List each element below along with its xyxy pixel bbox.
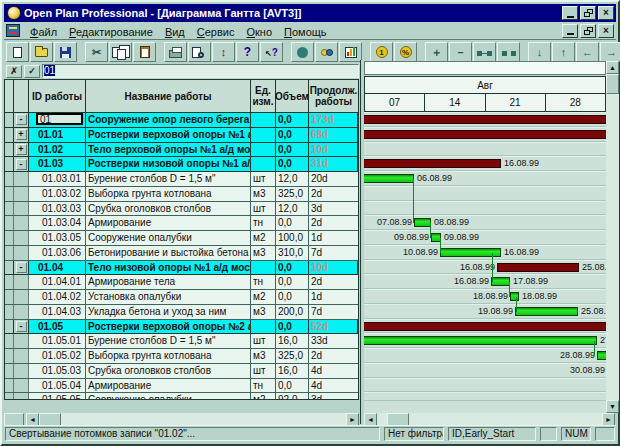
copy-icon[interactable]: [109, 42, 132, 62]
print-preview-icon[interactable]: [188, 42, 211, 62]
confirm-icon[interactable]: ✓: [24, 65, 40, 78]
cell-duration[interactable]: 31d: [309, 157, 358, 171]
cell-edit-input[interactable]: 01: [42, 64, 359, 78]
cell-duration[interactable]: 33d: [309, 334, 358, 348]
vertical-scrollbar[interactable]: ▲ ▼: [606, 61, 619, 413]
cell-activity-name[interactable]: Ростверки верховой опоры №1 а/д: [86, 128, 251, 142]
cell-unit[interactable]: [251, 261, 276, 275]
cell-activity-name[interactable]: Укладка бетона и уход за ним: [86, 305, 251, 319]
cell-duration[interactable]: 68d: [309, 128, 358, 142]
cell-volume[interactable]: 12,0: [276, 172, 309, 186]
cell-unit[interactable]: м2: [251, 231, 276, 245]
cell-duration[interactable]: 4d: [309, 364, 358, 378]
cell-unit[interactable]: [251, 143, 276, 157]
cell-activity-name[interactable]: Срубка оголовков столбов: [86, 364, 251, 378]
percent-complete-icon[interactable]: %: [394, 42, 417, 62]
minimize-button[interactable]: [562, 6, 578, 20]
gantt-task-bar[interactable]: [364, 174, 414, 183]
arrow-right-icon[interactable]: →: [600, 42, 620, 62]
cell-unit[interactable]: шт: [251, 172, 276, 186]
cell-activity-name[interactable]: Установка опалубки: [86, 290, 251, 304]
cell-activity-id[interactable]: 01.03.06: [29, 246, 86, 260]
collapse-icon[interactable]: -: [16, 114, 27, 125]
cell-duration[interactable]: 20d: [309, 172, 358, 186]
cell-activity-id[interactable]: 01.04.01: [29, 275, 86, 289]
scroll-up-icon[interactable]: ▲: [606, 61, 619, 74]
mdi-close-button[interactable]: ×: [598, 24, 614, 38]
histogram-icon[interactable]: [339, 42, 362, 62]
arrow-down-icon[interactable]: ↓: [528, 42, 551, 62]
gantt-summary-bar[interactable]: [497, 263, 579, 272]
menu-вид[interactable]: Вид: [159, 25, 191, 39]
unlink-activities-icon[interactable]: [497, 42, 520, 62]
col-header-unit[interactable]: Ед. изм.: [251, 80, 276, 112]
sort-updown-icon[interactable]: ↕: [212, 42, 235, 62]
cell-volume[interactable]: 12,0: [276, 202, 309, 216]
cell-duration[interactable]: 2d: [309, 187, 358, 201]
cell-volume[interactable]: 0,0: [276, 157, 309, 171]
col-header-volume[interactable]: Объем: [276, 80, 309, 112]
col-header-name[interactable]: Название работы: [86, 80, 251, 112]
cell-duration[interactable]: 7d: [309, 246, 358, 260]
new-document-icon[interactable]: [6, 42, 29, 62]
cell-unit[interactable]: [251, 113, 276, 127]
cell-volume[interactable]: 0,0: [276, 379, 309, 393]
cut-icon[interactable]: ✂: [85, 42, 108, 62]
add-activity-icon[interactable]: ＋: [425, 42, 448, 62]
paste-icon[interactable]: [133, 42, 156, 62]
cell-activity-id[interactable]: 01.03: [29, 157, 86, 171]
mdi-minimize-button[interactable]: [562, 24, 578, 38]
cell-unit[interactable]: [251, 157, 276, 171]
cell-unit[interactable]: м3: [251, 305, 276, 319]
cell-activity-id[interactable]: 01.04: [29, 261, 86, 275]
col-header-id[interactable]: ID работы: [29, 80, 86, 112]
cell-activity-id[interactable]: 01.03.01: [29, 172, 86, 186]
cell-activity-name[interactable]: Ростверки низовой опоры №1 а/д м: [86, 157, 251, 171]
gantt-task-bar[interactable]: [364, 336, 597, 345]
menu-редактирование[interactable]: Редактирование: [63, 25, 159, 39]
cell-volume[interactable]: 100,0: [276, 231, 309, 245]
cell-activity-name[interactable]: Бурение столбов D = 1,5 м": [86, 172, 251, 186]
cell-duration[interactable]: 2d: [309, 216, 358, 230]
expand-icon[interactable]: +: [16, 129, 27, 140]
cell-activity-name[interactable]: Выборка грунта котлована: [86, 349, 251, 363]
cell-unit[interactable]: м2: [251, 393, 276, 399]
cell-unit[interactable]: шт: [251, 202, 276, 216]
remove-activity-icon[interactable]: －: [449, 42, 472, 62]
cell-activity-id[interactable]: 01.05: [29, 320, 86, 334]
cell-volume[interactable]: 310,0: [276, 246, 309, 260]
cell-activity-name[interactable]: Ростверки верховой опоры №2 а/д: [86, 320, 251, 334]
menu-помощь[interactable]: Помощь: [278, 25, 333, 39]
gantt-task-bar[interactable]: [414, 218, 431, 227]
cell-activity-id[interactable]: 01.05.03: [29, 364, 86, 378]
cell-activity-id[interactable]: 01.04.03: [29, 305, 86, 319]
cell-activity-id[interactable]: 01.03.04: [29, 216, 86, 230]
link-activities-icon[interactable]: [473, 42, 496, 62]
cell-unit[interactable]: м3: [251, 349, 276, 363]
gantt-summary-bar[interactable]: [364, 115, 606, 124]
cell-activity-name[interactable]: Выборка грунта котлована: [86, 187, 251, 201]
cell-activity-id[interactable]: 01.05.05: [29, 393, 86, 399]
cell-activity-id[interactable]: 01.03.03: [29, 202, 86, 216]
cell-activity-id[interactable]: 01.05.04: [29, 379, 86, 393]
cell-unit[interactable]: м3: [251, 246, 276, 260]
status-circle-icon[interactable]: [291, 42, 314, 62]
menu-сервис[interactable]: Сервис: [191, 25, 241, 39]
cost-icon[interactable]: 1: [370, 42, 393, 62]
gantt-task-bar[interactable]: [510, 292, 519, 301]
cell-duration[interactable]: 1d: [309, 231, 358, 245]
pane-splitter[interactable]: [360, 60, 363, 424]
scroll-down-icon[interactable]: ▼: [606, 400, 619, 413]
cell-activity-id[interactable]: 01.01: [29, 128, 86, 142]
cell-activity-id[interactable]: 01.03.02: [29, 187, 86, 201]
cell-duration[interactable]: 3d: [309, 393, 358, 399]
restore-button[interactable]: [580, 6, 596, 20]
cell-volume[interactable]: 200,0: [276, 305, 309, 319]
collapse-icon[interactable]: -: [16, 159, 27, 170]
cell-volume[interactable]: 0,0: [276, 320, 309, 334]
cell-duration[interactable]: 10d: [309, 143, 358, 157]
cell-activity-name[interactable]: Армирование: [86, 216, 251, 230]
cell-activity-name[interactable]: Армирование тела: [86, 275, 251, 289]
cell-unit[interactable]: [251, 320, 276, 334]
cell-unit[interactable]: [251, 128, 276, 142]
